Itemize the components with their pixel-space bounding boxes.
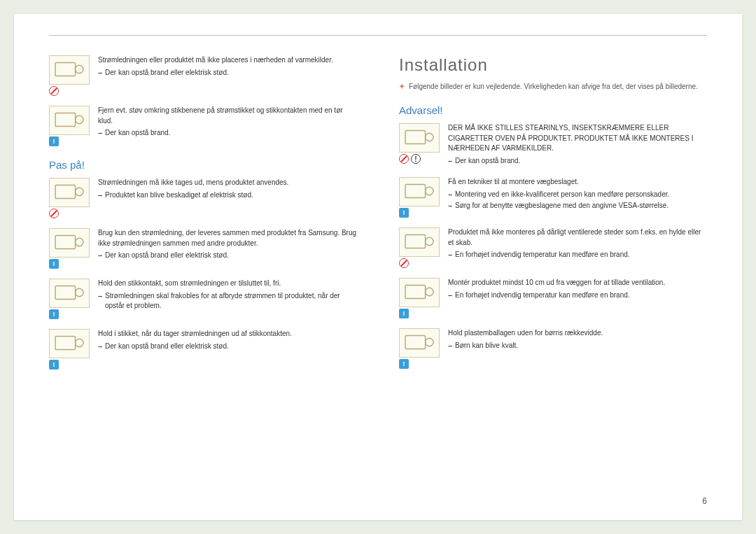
item-main-text: Brug kun den strømledning, der leveres s…	[98, 228, 357, 248]
illustration-icon	[49, 55, 90, 85]
sub-text: En forhøjet indvendig temperatur kan med…	[455, 290, 630, 301]
illustration-icon	[49, 106, 90, 135]
item-main-text: Strømledningen må ikke tages ud, mens pr…	[98, 178, 357, 188]
dash-icon: ‒	[98, 128, 102, 139]
svg-rect-10	[55, 337, 76, 350]
item-main-text: Hold i stikket, når du tager strømlednin…	[98, 329, 357, 339]
svg-point-9	[76, 288, 83, 296]
sub-text: Der kan opstå brand eller elektrisk stød…	[105, 342, 229, 352]
badge-row	[399, 258, 440, 268]
prohibit-icon	[399, 258, 409, 268]
dash-icon: ‒	[448, 156, 452, 167]
svg-rect-0	[55, 63, 76, 76]
illustration-icon	[399, 227, 440, 257]
left-column: Strømledningen eller produktet må ikke p…	[49, 55, 357, 379]
caution-heading: Pas på!	[49, 159, 357, 171]
item-main-text: Montér produktet mindst 10 cm ud fra væg…	[448, 278, 707, 288]
info-icon: !	[399, 309, 409, 318]
dash-icon: ‒	[98, 291, 102, 311]
sub-text: Sørg for at benytte vægbeslagene med den…	[455, 201, 668, 211]
safety-item: !Hold i stikket, når du tager strømledni…	[49, 329, 357, 370]
info-icon: !	[49, 360, 59, 370]
sub-text: Der kan opstå brand eller elektrisk stød…	[105, 251, 229, 261]
badge-row	[49, 209, 90, 218]
item-main-text: DER MÅ IKKE STILLES STEARINLYS, INSEKTSK…	[448, 123, 707, 154]
item-main-text: Strømledningen eller produktet må ikke p…	[98, 55, 357, 66]
item-icons	[49, 55, 90, 96]
prohibit-icon	[399, 154, 409, 164]
illustration-icon	[399, 177, 440, 206]
item-main-text: Hold plastemballagen uden for børns rækk…	[448, 328, 707, 339]
installation-heading: Installation	[399, 55, 707, 75]
badge-row: !	[49, 259, 90, 269]
item-text: Montér produktet mindst 10 cm ud fra væg…	[448, 278, 707, 318]
svg-rect-2	[55, 113, 76, 127]
info-icon: !	[399, 359, 409, 369]
svg-point-13	[426, 133, 433, 141]
safety-item: !Montér produktet mindst 10 cm ud fra væ…	[399, 278, 707, 318]
svg-rect-6	[55, 236, 76, 249]
illustration-icon	[399, 328, 440, 358]
page-number: 6	[702, 496, 707, 506]
illustration-icon	[49, 178, 90, 207]
badge-row	[49, 86, 90, 96]
sub-text: En forhøjet indvendig temperatur kan med…	[455, 250, 630, 260]
sub-text: Der kan opstå brand eller elektrisk stød…	[105, 68, 229, 78]
item-sub-text: ‒En forhøjet indvendig temperatur kan me…	[448, 290, 707, 301]
illustration-icon	[49, 279, 90, 308]
item-icons	[49, 178, 90, 218]
illustration-icon	[399, 123, 440, 153]
svg-point-17	[426, 237, 433, 245]
exclamation-icon: !	[411, 154, 421, 164]
dash-icon: ‒	[448, 201, 452, 211]
dash-icon: ‒	[98, 68, 102, 78]
sub-text: Børn kan blive kvalt.	[455, 341, 518, 351]
safety-item: Strømledningen eller produktet må ikke p…	[49, 55, 357, 96]
item-sub-text: ‒Sørg for at benytte vægbeslagene med de…	[448, 201, 707, 211]
safety-item: Produktet må ikke monteres på dårligt ve…	[399, 227, 707, 268]
safety-item: !Hold den stikkontakt, som strømledninge…	[49, 279, 357, 319]
prohibit-icon	[49, 86, 59, 96]
item-icons: !	[49, 228, 90, 269]
top-rule	[49, 35, 707, 36]
item-sub-text: ‒Der kan opstå brand.	[98, 128, 357, 139]
item-main-text: Få en tekniker til at montere vægbeslage…	[448, 177, 707, 188]
sub-text: Der kan opstå brand.	[455, 156, 520, 167]
columns: Strømledningen eller produktet må ikke p…	[49, 55, 707, 379]
safety-item: !DER MÅ IKKE STILLES STEARINLYS, INSEKTS…	[399, 123, 707, 167]
sub-text: Montering ved en ikke-kvalificeret perso…	[455, 190, 669, 200]
dash-icon: ‒	[448, 290, 452, 301]
svg-point-5	[76, 188, 83, 195]
safety-item: !Fjern evt. støv omkring stikbenene på s…	[49, 106, 357, 146]
item-text: Få en tekniker til at montere vægbeslage…	[448, 177, 707, 218]
item-icons: !	[399, 123, 440, 167]
svg-rect-14	[405, 185, 426, 198]
svg-rect-12	[405, 131, 426, 144]
item-text: Produktet må ikke monteres på dårligt ve…	[448, 227, 707, 268]
safety-item: !Brug kun den strømledning, der leveres …	[49, 228, 357, 269]
illustration-icon	[49, 329, 90, 358]
item-text: Strømledningen må ikke tages ud, mens pr…	[98, 178, 357, 218]
svg-point-21	[426, 338, 433, 346]
item-sub-text: ‒Der kan opstå brand eller elektrisk stø…	[98, 68, 357, 78]
item-text: Fjern evt. støv omkring stikbenene på st…	[98, 106, 357, 146]
item-sub-text: ‒Produktet kan blive beskadiget af elekt…	[98, 190, 357, 201]
item-text: Brug kun den strømledning, der leveres s…	[98, 228, 357, 269]
guide-note: ✦ Følgende billeder er kun vejledende. V…	[399, 82, 707, 92]
dash-icon: ‒	[448, 250, 452, 260]
note-text: Følgende billeder er kun vejledende. Vir…	[409, 82, 698, 92]
safety-item: !Få en tekniker til at montere vægbeslag…	[399, 177, 707, 218]
item-main-text: Hold den stikkontakt, som strømledningen…	[98, 279, 357, 289]
badge-row: !	[399, 359, 440, 369]
svg-rect-18	[405, 286, 426, 299]
item-icons: !	[399, 328, 440, 369]
item-icons: !	[399, 278, 440, 318]
item-icons: !	[49, 106, 90, 146]
item-icons: !	[399, 177, 440, 218]
dash-icon: ‒	[448, 190, 452, 200]
right-column: Installation ✦ Følgende billeder er kun …	[399, 55, 707, 379]
item-text: DER MÅ IKKE STILLES STEARINLYS, INSEKTSK…	[448, 123, 707, 167]
svg-point-1	[76, 65, 83, 73]
badge-row: !	[49, 136, 90, 146]
svg-point-7	[76, 238, 83, 246]
